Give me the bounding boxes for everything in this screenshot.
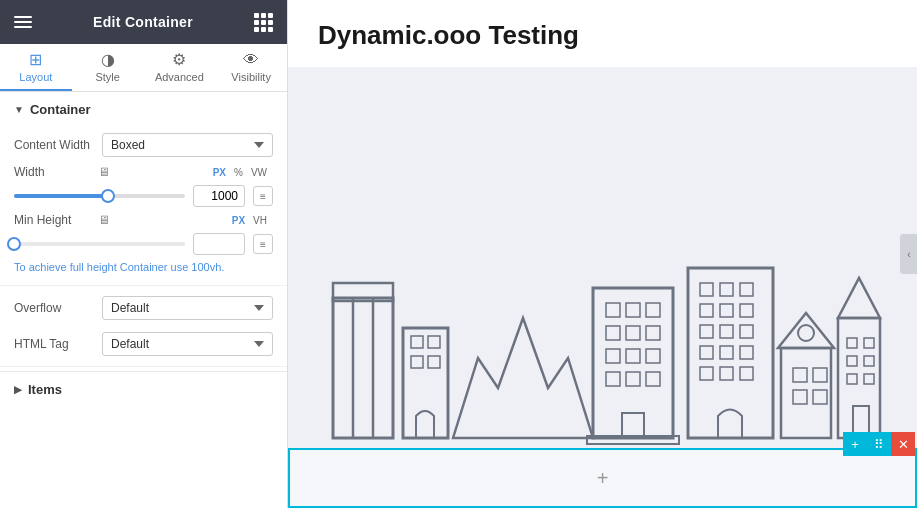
city-illustration [288, 258, 917, 448]
overflow-row: Overflow Default Hidden Auto Scroll [0, 290, 287, 326]
container-section-header[interactable]: ▼ Container [0, 92, 287, 127]
html-tag-select[interactable]: Default header footer main article secti… [102, 332, 273, 356]
min-height-slider-row: ≡ [0, 229, 287, 259]
overflow-label: Overflow [14, 301, 94, 315]
svg-rect-49 [847, 356, 857, 366]
content-width-select[interactable]: Boxed Full Width [102, 133, 273, 157]
hint-prefix: To achieve full height Container use [14, 261, 191, 273]
canvas-area[interactable]: + ⠿ ✕ + [288, 67, 917, 508]
overflow-select[interactable]: Default Hidden Auto Scroll [102, 296, 273, 320]
items-section-header[interactable]: ▶ Items [0, 371, 287, 407]
html-tag-row: HTML Tag Default header footer main arti… [0, 326, 287, 362]
tab-visibility-label: Visibility [231, 71, 271, 83]
content-width-control: Boxed Full Width [102, 133, 273, 157]
tab-layout[interactable]: ⊞ Layout [0, 44, 72, 91]
svg-rect-18 [646, 349, 660, 363]
unit-vw-btn[interactable]: VW [249, 166, 269, 179]
width-label: Width [14, 165, 94, 179]
svg-point-41 [798, 325, 814, 341]
close-strip-button[interactable]: ✕ [891, 432, 915, 456]
left-panel: Edit Container ⊞ Layout ◑ Style ⚙ Advanc… [0, 0, 288, 508]
move-strip-button[interactable]: ⠿ [867, 432, 891, 456]
width-unit-icon[interactable]: ≡ [253, 186, 273, 206]
svg-rect-22 [622, 413, 644, 438]
panel-body: ▼ Container Content Width Boxed Full Wid… [0, 92, 287, 508]
svg-rect-15 [646, 326, 660, 340]
svg-rect-40 [781, 348, 831, 438]
svg-rect-16 [606, 349, 620, 363]
unit-percent-btn[interactable]: % [232, 166, 245, 179]
svg-rect-27 [740, 283, 753, 296]
svg-rect-33 [740, 325, 753, 338]
min-height-monitor-icon: 🖥 [98, 213, 110, 227]
items-section-label: Items [28, 382, 62, 397]
panel-title: Edit Container [93, 14, 193, 30]
tab-advanced[interactable]: ⚙ Advanced [144, 44, 216, 91]
collapse-arrow-icon: ▼ [14, 104, 24, 115]
tab-style[interactable]: ◑ Style [72, 44, 144, 91]
advanced-icon: ⚙ [172, 52, 186, 68]
container-section-label: Container [30, 102, 91, 117]
min-height-units-row: Min Height 🖥 PX VH [0, 211, 287, 229]
panel-tabs: ⊞ Layout ◑ Style ⚙ Advanced 👁 Visibility [0, 44, 287, 92]
svg-rect-34 [700, 346, 713, 359]
hint-link[interactable]: 100vh [191, 261, 221, 273]
svg-rect-30 [740, 304, 753, 317]
svg-rect-21 [646, 372, 660, 386]
panel-header: Edit Container [0, 0, 287, 44]
hint-text: To achieve full height Container use 100… [0, 259, 287, 281]
page-title-area: Dynamic.ooo Testing [288, 0, 917, 67]
svg-rect-28 [700, 304, 713, 317]
hamburger-icon[interactable] [14, 16, 32, 28]
grid-icon[interactable] [254, 13, 273, 32]
min-height-input[interactable] [193, 233, 245, 255]
min-height-slider-thumb[interactable] [7, 237, 21, 251]
min-height-slider-track[interactable] [14, 242, 185, 246]
divider-2 [0, 366, 287, 367]
svg-rect-32 [720, 325, 733, 338]
bottom-container-strip[interactable]: + ⠿ ✕ + [288, 448, 917, 508]
svg-rect-4 [403, 328, 448, 438]
layout-icon: ⊞ [29, 52, 42, 68]
svg-rect-14 [626, 326, 640, 340]
divider-1 [0, 285, 287, 286]
svg-rect-0 [333, 298, 393, 438]
svg-rect-11 [626, 303, 640, 317]
content-width-label: Content Width [14, 138, 94, 152]
tab-advanced-label: Advanced [155, 71, 204, 83]
svg-rect-13 [606, 326, 620, 340]
width-slider-fill [14, 194, 108, 198]
min-height-unit-icon[interactable]: ≡ [253, 234, 273, 254]
width-units-row: Width 🖥 PX % VW [0, 163, 287, 181]
svg-rect-39 [740, 367, 753, 380]
svg-rect-12 [646, 303, 660, 317]
svg-rect-5 [411, 336, 423, 348]
items-arrow-icon: ▶ [14, 384, 22, 395]
city-svg [323, 258, 883, 448]
svg-rect-26 [720, 283, 733, 296]
style-icon: ◑ [101, 52, 115, 68]
svg-rect-42 [793, 368, 807, 382]
svg-rect-20 [626, 372, 640, 386]
width-input[interactable] [193, 185, 245, 207]
min-height-label: Min Height [14, 213, 94, 227]
svg-rect-10 [606, 303, 620, 317]
min-height-vh-btn[interactable]: VH [251, 214, 269, 227]
add-strip-button[interactable]: + [843, 432, 867, 456]
svg-rect-38 [720, 367, 733, 380]
unit-px-btn[interactable]: PX [211, 166, 228, 179]
width-slider-track[interactable] [14, 194, 185, 198]
html-tag-control: Default header footer main article secti… [102, 332, 273, 356]
svg-rect-29 [720, 304, 733, 317]
width-slider-thumb[interactable] [101, 189, 115, 203]
svg-rect-43 [813, 368, 827, 382]
canvas-plus-icon[interactable]: + [597, 467, 609, 490]
monitor-icon: 🖥 [98, 165, 110, 179]
svg-rect-47 [847, 338, 857, 348]
tab-visibility[interactable]: 👁 Visibility [215, 44, 287, 91]
min-height-unit-buttons: PX VH [230, 214, 269, 227]
svg-rect-37 [700, 367, 713, 380]
svg-rect-25 [700, 283, 713, 296]
min-height-px-btn[interactable]: PX [230, 214, 247, 227]
svg-rect-31 [700, 325, 713, 338]
